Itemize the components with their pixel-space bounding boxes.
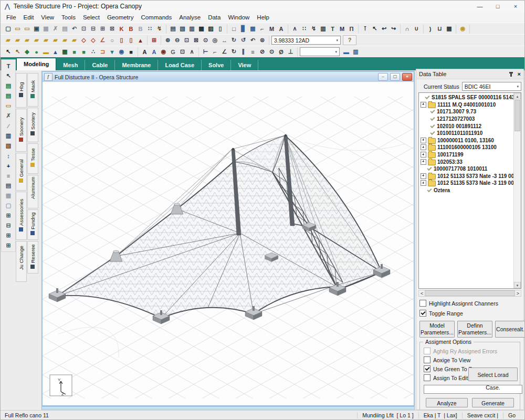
parameters-button[interactable]: ModelParameters... bbox=[419, 321, 455, 338]
tree-item[interactable]: 1010011011011910 bbox=[419, 130, 513, 137]
model-minimize-button[interactable]: – bbox=[378, 73, 388, 81]
menu-item[interactable]: Commands bbox=[137, 13, 175, 22]
expand-icon[interactable] bbox=[421, 144, 426, 150]
save-icon[interactable]: ▣ bbox=[32, 25, 41, 33]
globe-blue-icon[interactable]: ◉ bbox=[117, 48, 126, 56]
table-view-icon[interactable]: ▦ bbox=[248, 25, 257, 33]
mesh-grid-icon[interactable]: ▦ bbox=[445, 25, 454, 33]
checkbox[interactable]: Toggle Range bbox=[419, 310, 520, 317]
filter-combobox[interactable]: ▾ bbox=[300, 47, 340, 56]
scroll-down-icon[interactable]: ▼ bbox=[514, 282, 521, 288]
node-pair-icon[interactable]: ⊔ bbox=[435, 25, 444, 33]
tree-horizontal-scrollbar[interactable]: < > bbox=[418, 290, 521, 297]
tree-vertical-scrollbar[interactable]: ▲ ▼ bbox=[513, 93, 521, 288]
file-open-icon[interactable]: ▭ bbox=[13, 25, 22, 33]
arc-up-icon[interactable]: ∪ bbox=[412, 25, 421, 33]
rotate-icon[interactable]: ↻ bbox=[229, 48, 238, 56]
folder-open-icon[interactable]: ▭ bbox=[23, 25, 32, 33]
page-setup-icon[interactable]: ▥ bbox=[187, 25, 196, 33]
panel-close-icon[interactable]: × bbox=[518, 71, 521, 77]
vertical-tab[interactable]: Soonery bbox=[16, 109, 27, 152]
expand-icon[interactable] bbox=[421, 180, 426, 186]
scroll-up-icon[interactable]: ▲ bbox=[514, 93, 521, 99]
page-view-icon[interactable]: ▯ bbox=[216, 25, 225, 33]
zoom-out-icon[interactable]: ⊖ bbox=[173, 36, 182, 45]
marquee-1-icon[interactable]: ⊡ bbox=[79, 25, 88, 33]
tree-item[interactable]: 1012 51135 5373 Nale -3 119 002 1 bbox=[419, 180, 513, 187]
flag-t-icon[interactable]: ⊺ bbox=[361, 25, 370, 33]
paren-tool-icon[interactable]: ) bbox=[426, 25, 435, 33]
workflow-tab[interactable]: Load Case bbox=[158, 60, 202, 70]
tree-item[interactable]: Oztera bbox=[419, 187, 513, 194]
expand-icon[interactable] bbox=[421, 152, 426, 158]
vector-n-icon[interactable]: Π bbox=[347, 25, 356, 33]
menu-item[interactable]: Select bbox=[79, 13, 103, 22]
expand-icon[interactable] bbox=[421, 159, 426, 165]
file-new-icon[interactable]: ▢ bbox=[4, 25, 13, 33]
checkbox-box[interactable] bbox=[424, 365, 430, 372]
zoom-all-icon[interactable]: ◎ bbox=[211, 36, 219, 45]
circle-slash-icon[interactable]: ⊘ bbox=[258, 48, 267, 56]
workflow-tab[interactable]: Cable bbox=[85, 60, 115, 70]
matrix-icon[interactable]: ⊞ bbox=[150, 36, 159, 45]
checkbox[interactable]: Aoxige To View bbox=[424, 356, 516, 363]
square-green-icon[interactable]: ■ bbox=[70, 48, 79, 56]
grid-green-icon[interactable]: ▦ bbox=[60, 48, 69, 56]
offset-icon[interactable]: ≡ bbox=[248, 48, 257, 56]
shears-icon[interactable]: ✗ bbox=[3, 111, 14, 121]
tree-item[interactable]: 1217120727003 bbox=[419, 116, 513, 123]
sheet-3-icon[interactable]: ▰ bbox=[23, 36, 32, 45]
diamond-2-icon[interactable]: ◇ bbox=[89, 36, 98, 45]
grid-3-icon[interactable]: ⊞ bbox=[3, 230, 14, 240]
vertical-tab[interactable]: Assessories bbox=[16, 192, 27, 240]
diamond-1-icon[interactable]: ◇ bbox=[79, 36, 88, 45]
wave-icon[interactable]: ∧ bbox=[290, 25, 299, 33]
grid-4-icon[interactable]: ⊞ bbox=[3, 240, 14, 250]
diameter-icon[interactable]: Ø bbox=[277, 48, 286, 56]
box-i-icon[interactable]: ⊡ bbox=[178, 48, 187, 56]
cylinder-2-icon[interactable]: ▯ bbox=[127, 36, 135, 45]
menu-item[interactable]: File bbox=[3, 13, 20, 22]
cut-icon[interactable]: ✗ bbox=[51, 25, 60, 33]
rect-yellow-icon[interactable]: ▬ bbox=[41, 48, 50, 56]
parameters-button[interactable]: Conserealt... bbox=[495, 321, 525, 338]
tree-item[interactable]: 100000011 0100, 13160 bbox=[419, 137, 513, 144]
checkbox-box[interactable] bbox=[424, 348, 430, 354]
help-key-button[interactable]: ? bbox=[343, 35, 356, 45]
bold-b-icon[interactable]: B bbox=[127, 25, 135, 33]
pan-icon[interactable]: ↔ bbox=[220, 36, 229, 45]
list-1-icon[interactable]: ≡ bbox=[3, 171, 14, 181]
scroll-right-icon[interactable]: > bbox=[517, 291, 519, 296]
generate-report-button[interactable]: Generate Report bbox=[472, 398, 514, 407]
workflow-tab[interactable]: Mesh bbox=[56, 60, 85, 70]
grid-1-icon[interactable]: ⊞ bbox=[3, 211, 14, 220]
refresh-icon[interactable]: ↺ bbox=[239, 36, 248, 45]
menu-item[interactable]: Window bbox=[224, 13, 253, 22]
annotate-m-icon[interactable]: M bbox=[267, 25, 276, 33]
sheet-5-icon[interactable]: ▰ bbox=[41, 36, 50, 45]
angle-4-icon[interactable]: ∠ bbox=[98, 36, 107, 45]
expand-icon[interactable] bbox=[421, 173, 426, 179]
model-close-button[interactable]: × bbox=[402, 73, 412, 81]
grid-2-icon[interactable]: ⊟ bbox=[3, 220, 14, 230]
letter-g-icon[interactable]: G bbox=[169, 48, 177, 56]
poly-blue-icon[interactable]: ▲ bbox=[51, 48, 60, 56]
node-green-icon[interactable]: ◆ bbox=[23, 48, 32, 56]
tree-item[interactable]: 111001600000105 13100 bbox=[419, 144, 513, 151]
zoom-in-icon[interactable]: ⊕ bbox=[163, 36, 172, 45]
doc-dark-icon[interactable]: ▨ bbox=[206, 25, 215, 33]
parallel-icon[interactable]: ∥ bbox=[239, 48, 248, 56]
list-4-icon[interactable]: ▢ bbox=[3, 201, 14, 211]
arc-tool-icon[interactable]: ∧ bbox=[187, 48, 196, 56]
viewport-3d[interactable]: Y Z bbox=[43, 82, 414, 405]
tree-item[interactable]: 10000717708 1010011 bbox=[419, 165, 513, 173]
tree-item[interactable]: 102053:33 bbox=[419, 158, 513, 165]
plus-icon[interactable]: + bbox=[3, 161, 14, 171]
book-1-icon[interactable]: ▤ bbox=[3, 81, 14, 91]
tree-item[interactable]: 1012 51133 5373 Nate -3 119 002 1 bbox=[419, 173, 513, 180]
analyze-button[interactable]: Analyze bbox=[426, 398, 468, 407]
scroll-left-icon[interactable]: < bbox=[421, 291, 423, 296]
text-t-icon[interactable]: T bbox=[328, 25, 337, 33]
menu-item[interactable]: Analyse bbox=[175, 13, 204, 22]
slash-icon[interactable]: ∕ bbox=[3, 121, 14, 131]
